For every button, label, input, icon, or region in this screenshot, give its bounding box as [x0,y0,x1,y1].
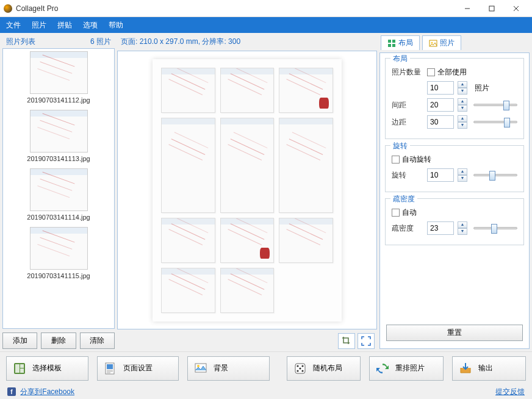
photo-count-input[interactable] [427,81,454,95]
export-button[interactable]: 输出 [452,356,526,381]
random-layout-button[interactable]: 随机布局 [287,356,361,381]
rotate-spinner[interactable]: ▲▼ [458,168,467,182]
checkbox-box[interactable] [427,68,435,76]
template-label: 选择模板 [32,363,62,373]
app-icon [4,4,12,13]
svg-rect-5 [392,40,395,43]
layout-group-title: 布局 [390,54,410,64]
collage-cell[interactable] [161,268,215,313]
photo-thumb[interactable] [30,227,88,270]
fit-screen-button[interactable] [358,333,375,349]
menu-photo[interactable]: 照片 [32,20,46,31]
collage-cell[interactable] [220,268,275,313]
rotate-group-title: 旋转 [390,141,410,151]
margin-input[interactable] [427,115,454,129]
delete-button[interactable]: 删除 [41,332,76,349]
checkbox-box[interactable] [392,156,400,164]
page-setup-button[interactable]: 页面设置 [97,356,179,381]
share-label[interactable]: 分享到Facebook [20,387,74,396]
svg-rect-15 [107,364,113,369]
margin-label: 边距 [392,117,423,128]
collage-cell[interactable] [220,118,275,213]
rearrange-button[interactable]: 重排照片 [369,356,443,381]
photo-list-item[interactable]: 20190703141112.jpg [3,49,114,107]
photo-name: 20190703141113.jpg [4,155,113,162]
margin-spinner[interactable]: ▲▼ [458,115,467,129]
menu-file[interactable]: 文件 [6,20,21,31]
svg-rect-6 [388,44,391,47]
canvas-area[interactable] [117,51,377,329]
collage-cell[interactable] [279,218,333,263]
checkbox-box[interactable] [392,209,400,217]
crop-tool-button[interactable] [338,333,355,349]
footer: f 分享到Facebook 提交反馈 [0,384,532,399]
sparse-group: 疏密度 自动 疏密度 ▲▼ [385,198,524,245]
tab-photos[interactable]: 照片 [422,35,461,50]
photo-name: 20190703141114.jpg [4,214,113,221]
tab-layout[interactable]: 布局 [381,35,420,50]
collage-cell[interactable] [279,68,333,113]
spacing-label: 间距 [392,100,423,110]
layout-icon [387,39,396,48]
auto-rotate-checkbox[interactable]: 自动旋转 [392,154,431,165]
background-label: 背景 [214,363,228,373]
db-icon [260,248,270,259]
sparse-spinner[interactable]: ▲▼ [458,221,467,235]
layout-group: 布局 照片数量 全部使用 ▲▼ 照片 间距 ▲▼ [385,58,524,139]
spacing-spinner[interactable]: ▲▼ [458,98,467,112]
maximize-button[interactable] [480,0,504,17]
select-template-button[interactable]: 选择模板 [6,356,88,381]
photo-list[interactable]: 20190703141112.jpg 20190703141113.jpg 20… [2,48,115,329]
reset-button[interactable]: 重置 [386,325,523,341]
collage-canvas[interactable] [153,59,342,322]
photo-icon [429,39,437,48]
menu-help[interactable]: 帮助 [109,20,123,31]
rotate-input[interactable] [427,168,454,182]
refresh-icon [376,362,389,375]
photo-list-item[interactable]: 20190703141114.jpg [3,166,114,225]
auto-sparse-checkbox[interactable]: 自动 [392,207,417,218]
photo-list-item[interactable]: 20190703141113.jpg [3,107,114,166]
svg-point-20 [301,365,303,367]
clear-button[interactable]: 清除 [80,332,115,349]
photo-thumb[interactable] [30,168,88,211]
share-facebook-link[interactable]: f 分享到Facebook [7,387,74,397]
auto-rotate-label: 自动旋转 [402,154,431,165]
menu-collage[interactable]: 拼贴 [57,20,72,31]
page-setup-label: 页面设置 [123,363,153,373]
svg-rect-1 [489,6,494,11]
page-icon [104,362,117,375]
photo-list-item[interactable]: 20190703141115.jpg [3,225,114,283]
add-button[interactable]: 添加 [2,332,37,349]
svg-point-21 [299,367,301,369]
background-icon [194,362,207,375]
photo-list-panel: 照片列表 6 照片 20190703141112.jpg 20190703141… [2,35,115,349]
collage-cell[interactable] [279,118,333,213]
export-icon [459,362,472,375]
collage-cell[interactable] [220,218,275,263]
collage-cell[interactable] [161,218,215,263]
collage-cell[interactable] [161,118,215,213]
use-all-checkbox[interactable]: 全部使用 [427,67,467,77]
svg-point-23 [301,370,303,372]
export-label: 输出 [478,363,493,373]
background-button[interactable]: 背景 [187,356,270,381]
collage-cell[interactable] [161,68,215,113]
photo-count-spinner[interactable]: ▲▼ [458,81,467,95]
sparse-input[interactable] [427,221,454,235]
photo-thumb[interactable] [30,51,88,94]
photo-thumb[interactable] [30,110,88,153]
photo-name: 20190703141112.jpg [4,96,113,104]
photo-count-label: 照片数量 [392,67,423,77]
minimize-button[interactable] [455,0,480,17]
sparse-slider[interactable] [473,223,517,234]
rotate-slider[interactable] [473,170,517,181]
spacing-slider[interactable] [473,99,517,110]
margin-slider[interactable] [473,117,517,128]
collage-cell[interactable] [220,68,275,113]
close-button[interactable] [504,0,528,17]
feedback-link[interactable]: 提交反馈 [495,387,525,397]
menu-options[interactable]: 选项 [83,20,98,31]
spacing-input[interactable] [427,98,454,112]
menu-bar: 文件 照片 拼贴 选项 帮助 [0,17,532,33]
